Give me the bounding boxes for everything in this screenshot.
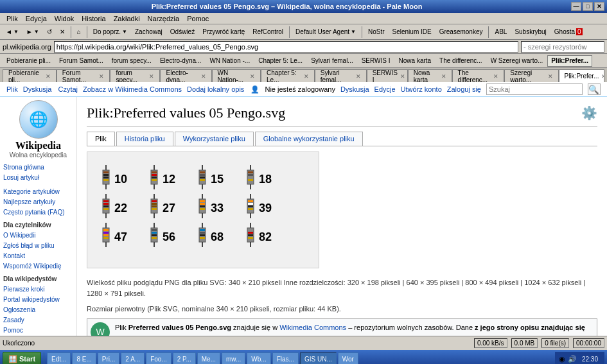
taskbar-item-9[interactable]: Flas... [272,352,299,364]
back2-button[interactable]: Do poprz. ▼ [90,26,130,39]
title-bar: Plik:Preferred values 05 Pengo.svg – Wik… [0,0,607,13]
taskbar-item-3[interactable]: 2 A... [121,352,145,364]
nostr-button[interactable]: NoStr [365,26,388,39]
taskbar-item-8[interactable]: Wb... [247,352,270,364]
taskbar-item-4[interactable]: Foo... [146,352,172,364]
sidebar-link-portal[interactable]: Portal wikipedystów [3,295,73,305]
sidebar-link-announce[interactable]: Ogłoszenia [3,305,73,315]
bm-plik[interactable]: Plik:Prefer... [547,55,592,67]
menu-narzedzia[interactable]: Narzędzia [144,15,184,22]
window-controls[interactable]: — □ ✕ [571,2,604,11]
sidebar-link-contact[interactable]: Kontakt [3,251,73,261]
refresh-button[interactable]: Odświeź [167,26,198,39]
tab-5[interactable]: Chapter 5: Le...✕ [261,69,315,82]
sidebar-link-categories[interactable]: Kategorie artykułów [3,187,73,197]
sidebar-link-about[interactable]: O Wikipedii [3,230,73,241]
bm-forum-specy[interactable]: forum specy... [108,55,155,67]
menu-historia[interactable]: Historia [78,15,109,22]
start-button[interactable]: 🪟 Start [3,352,41,364]
selenium-button[interactable]: Selenium IDE [389,26,435,39]
bm-sylvari[interactable]: Sylvari femal... [307,55,357,67]
taskbar-item-1[interactable]: 8 E... [72,352,96,364]
taskbar-item-0[interactable]: Edt... [47,352,71,364]
wiki-login-link[interactable]: Zaloguj się [447,85,481,93]
file-tab-historia[interactable]: Historia pliku [116,132,173,146]
minimize-button[interactable]: — [571,2,581,11]
tab-6[interactable]: Sylvari femal...✕ [315,69,367,82]
forward-button[interactable]: ► ▼ [23,26,42,39]
wiki-page-tab-dodaj[interactable]: Dodaj lokalny opis [187,85,244,93]
tab-4[interactable]: WN Nation-...✕ [212,69,261,82]
sidebar-link-random[interactable]: Losuj artykuł [3,173,73,183]
tab-7[interactable]: SERWIS I✕ [367,69,408,82]
sidebar-link-best[interactable]: Najlepsze artykuły [3,197,73,207]
refcontrol-button[interactable]: RefControl [249,26,286,39]
taskbar-item-5[interactable]: 2 P... [173,352,196,364]
status-left: Ukończono [3,340,35,347]
subskrybuj-button[interactable]: Subskrybuj [511,26,549,39]
wiki-edycje-link[interactable]: Edycje [374,85,396,93]
menu-edycja[interactable]: Edycja [22,15,51,22]
sidebar-link-donate[interactable]: Wspomóż Wikipedię [3,261,73,272]
wiki-page-tab-czytaj[interactable]: Czytaj [58,85,78,93]
file-tab-wykorzystanie[interactable]: Wykorzystanie pliku [175,132,254,146]
close-button[interactable]: ✕ [594,2,604,11]
tab-0[interactable]: Pobieranie pli...✕ [3,69,57,82]
map-button[interactable]: Przywróć kartę [199,26,248,39]
menu-plik[interactable]: Plik [3,15,22,22]
commons-wikimedia-link[interactable]: Wikimedia Commons [279,324,346,331]
sidebar-link-first-steps[interactable]: Pierwsze kroki [3,284,73,295]
taskbar-item-6[interactable]: Me... [197,352,220,364]
home-button[interactable]: ⌂ [74,26,84,39]
greasemonkey-button[interactable]: Greasemonkey [436,26,486,39]
bm-wn[interactable]: WN Nation -... [206,55,254,67]
agent-button[interactable]: Default User Agent ▼ [292,26,359,39]
wiki-page-tab-dyskusja[interactable]: Dyskusja [23,85,52,93]
tab-10[interactable]: Szeregi warto...✕ [504,69,558,82]
maximize-button[interactable]: □ [583,2,593,11]
menu-pomoc[interactable]: Pomoc [183,15,213,22]
sidebar-link-rules[interactable]: Zasady [3,315,73,325]
sidebar-link-report[interactable]: Zgłoś błąd w pliku [3,241,73,251]
bm-chapter[interactable]: Chapter 5: Le... [254,55,306,67]
taskbar-item-7[interactable]: mw... [222,352,245,364]
bm-forum-samot[interactable]: Forum Samot... [55,55,107,67]
menu-zakladki[interactable]: Zakładki [110,15,144,22]
file-tab-plik[interactable]: Plik [87,132,115,146]
wiki-page-tab-plik[interactable]: Plik [6,85,18,93]
wiki-discussion-link[interactable]: Dyskusja [340,85,369,93]
wiki-search-button[interactable]: 🔍 [588,83,601,95]
taskbar-item-10[interactable]: GIS UN... [300,352,337,364]
ghosta-button[interactable]: Ghosta 0 [551,26,586,39]
svg-text:10: 10 [114,173,127,186]
stop-button[interactable]: ✕ [57,26,68,39]
bm-szeregi[interactable]: W Szeregi warto... [487,55,547,67]
tab-11[interactable]: Plik:Prefer...✕ [559,69,605,82]
tab-3[interactable]: Electro-dyna...✕ [160,69,211,82]
taskbar-item-11[interactable]: Wor [338,352,358,364]
bm-pobieranie[interactable]: Pobieranie pli... [3,55,55,67]
abl-button[interactable]: ABL [491,26,510,39]
address-input[interactable] [54,41,518,53]
bm-nowa[interactable]: Nowa karta [395,55,435,67]
tab-8[interactable]: Nowa karta✕ [408,69,452,82]
save-button[interactable]: Zachowaj [132,26,166,39]
sidebar-link-help[interactable]: Pomoc [3,325,73,336]
sidebar-link-faq[interactable]: Często pytania (FAQ) [3,207,73,218]
file-tab-globalne[interactable]: Globalne wykorzystanie pliku [255,132,363,146]
search-input[interactable] [521,41,604,53]
wiki-search-input[interactable] [486,83,583,95]
tab-2[interactable]: forum specy...✕ [110,69,160,82]
bm-serwis[interactable]: SERWIS I [358,55,394,67]
wiki-create-account-link[interactable]: Utwórz konto [401,85,442,93]
tab-9[interactable]: The differenc...✕ [452,69,505,82]
bm-electro[interactable]: Electro-dyna... [156,55,205,67]
bm-the[interactable]: The differenc... [435,55,486,67]
taskbar-item-2[interactable]: Pri... [98,352,120,364]
reload-button[interactable]: ↺ [44,26,55,39]
back-button[interactable]: ◄ ▼ [3,26,22,39]
sidebar-link-main-page[interactable]: Strona główna [3,162,73,173]
wiki-page-tab-wikimedia[interactable]: Zobacz w Wikimedia Commons [83,85,182,93]
tab-1[interactable]: Forum Samot...✕ [57,69,110,82]
menu-widok[interactable]: Widok [51,15,78,22]
